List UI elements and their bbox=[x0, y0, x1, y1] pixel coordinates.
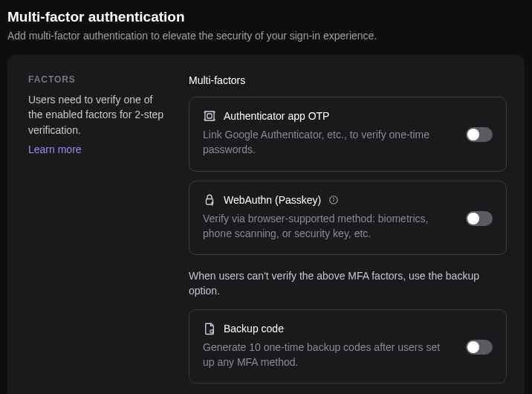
factors-label: FACTORS bbox=[28, 74, 165, 85]
factor-title: WebAuthn (Passkey) bbox=[224, 194, 321, 206]
factor-title: Authenticator app OTP bbox=[224, 110, 329, 122]
svg-rect-0 bbox=[205, 112, 214, 120]
svg-point-3 bbox=[211, 201, 213, 204]
factor-description: Link Google Authenticator, etc., to veri… bbox=[203, 127, 493, 158]
mfa-card: FACTORS Users need to verify one of the … bbox=[7, 55, 525, 394]
factor-webauthn-passkey: WebAuthn (Passkey) Verify via browser-su… bbox=[189, 181, 507, 256]
backup-code-icon bbox=[203, 322, 216, 335]
toggle-authenticator-otp[interactable] bbox=[466, 127, 493, 142]
factor-title: Backup code bbox=[224, 323, 284, 335]
backup-note: When users can't verify the above MFA fa… bbox=[189, 268, 507, 299]
factor-description: Verify via browser-supported method: bio… bbox=[203, 211, 493, 242]
page-title: Multi-factor authentication bbox=[7, 9, 525, 25]
factor-backup-code: Backup code Generate 10 one-time backup … bbox=[189, 309, 507, 384]
toggle-webauthn-passkey[interactable] bbox=[466, 211, 493, 226]
factor-description: Generate 10 one-time backup codes after … bbox=[203, 340, 493, 370]
factors-list: Multi-factors Authenticator app OTP Link… bbox=[189, 74, 507, 393]
svg-rect-1 bbox=[207, 114, 212, 118]
page-subtitle: Add multi-factor authentication to eleva… bbox=[7, 30, 525, 42]
learn-more-link[interactable]: Learn more bbox=[28, 143, 82, 155]
factors-info-panel: FACTORS Users need to verify one of the … bbox=[28, 74, 165, 393]
factors-description: Users need to verify one of the enabled … bbox=[28, 92, 165, 138]
svg-point-6 bbox=[334, 198, 334, 198]
info-icon[interactable] bbox=[328, 195, 339, 205]
authenticator-otp-icon bbox=[203, 109, 216, 123]
toggle-backup-code[interactable] bbox=[466, 340, 493, 355]
multi-factors-heading: Multi-factors bbox=[189, 74, 507, 86]
factor-authenticator-otp: Authenticator app OTP Link Google Authen… bbox=[189, 97, 507, 172]
passkey-icon bbox=[203, 193, 216, 207]
